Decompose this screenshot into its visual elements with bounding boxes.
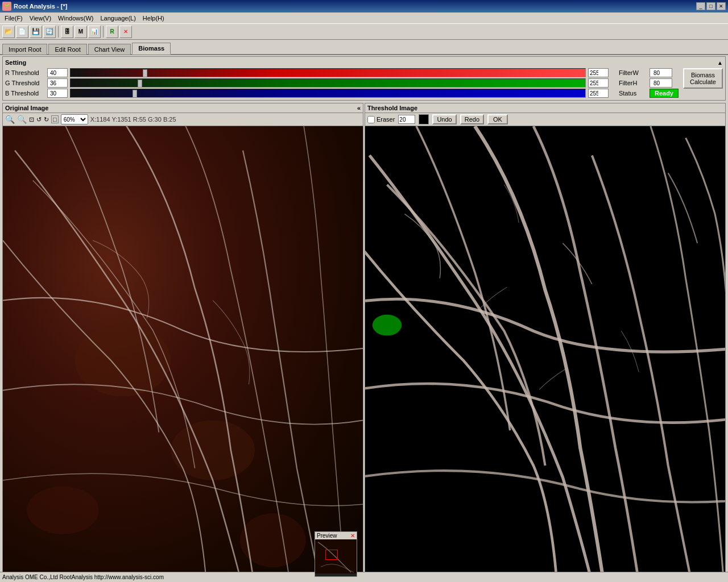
g-threshold-min-input[interactable] [47, 78, 68, 88]
window-controls: _ □ ✕ [696, 2, 726, 10]
m-button[interactable]: M [75, 26, 87, 38]
titlebar: 🌱 Root Analysis - [*] _ □ ✕ [0, 0, 728, 13]
filterw-label: FilterW [619, 69, 647, 76]
b-threshold-label: B Threshold [5, 90, 45, 97]
r-threshold-max-input[interactable] [588, 68, 609, 77]
zoom-out-icon[interactable]: 🔍 [17, 115, 27, 124]
menu-file[interactable]: File(F) [1, 14, 26, 23]
x-button[interactable]: ✕ [119, 26, 132, 38]
threshold-image-bg [365, 126, 725, 582]
g-threshold-row: G Threshold [5, 78, 609, 88]
threshold-image-title: Threshold Image [367, 105, 417, 111]
original-image-panel: Original Image « 🔍 🔍 ⊡ ↺ ↻ □ 60% 100% 50… [2, 103, 363, 582]
p-button[interactable]: 📊 [88, 26, 101, 38]
statusbar: Analysis OME Co.,Ltd RootAnalysis http:/… [0, 572, 728, 582]
coords-display: X:1184 Y:1351 R:55 G:30 B:25 [90, 116, 176, 123]
title-text: Root Analysis - [*] [14, 3, 696, 10]
tab-import-root[interactable]: Import Root [2, 44, 47, 55]
minimize-button[interactable]: _ [696, 2, 705, 10]
setting-rows: R Threshold G Threshold B [5, 68, 723, 98]
undo-button[interactable]: Undo [432, 114, 456, 124]
status-text: Analysis OME Co.,Ltd RootAnalysis http:/… [2, 574, 164, 580]
root-lines-svg [3, 126, 363, 582]
preview-close-button[interactable]: ✕ [350, 533, 355, 539]
b-threshold-max-input[interactable] [588, 89, 609, 98]
b-threshold-min-input[interactable] [47, 89, 68, 98]
biomass-calculate-button[interactable]: BiomassCalculate [683, 68, 723, 89]
g-threshold-max-input[interactable] [588, 78, 609, 88]
b-threshold-slider[interactable] [70, 89, 586, 98]
zoom-fit-icon[interactable]: ⊡ [29, 116, 34, 123]
setting-header: Setting ▲ [5, 59, 723, 66]
maximize-button[interactable]: □ [706, 2, 715, 10]
save-button[interactable]: 💾 [30, 26, 42, 38]
refresh-button[interactable]: 🔄 [43, 26, 56, 38]
original-image-header: Original Image « [3, 103, 363, 113]
status-label: Status [619, 90, 647, 97]
threshold-root-svg [365, 126, 725, 582]
threshold-image-toolbar: Eraser Undo Redo OK [365, 113, 725, 126]
eraser-checkbox[interactable] [367, 116, 375, 123]
zoom-in-icon[interactable]: 🔍 [5, 115, 15, 124]
tab-biomass[interactable]: Biomass [132, 43, 171, 55]
filterh-row: FilterH [619, 78, 679, 88]
toolbar: 📂 📄 💾 🔄 🗄 M 📊 R ✕ [0, 24, 728, 40]
tab-bar: Import Root Edit Root Chart View Biomass [0, 40, 728, 55]
collapse-original-button[interactable]: « [357, 105, 361, 111]
separator-1 [58, 26, 59, 38]
r-threshold-min-input[interactable] [47, 68, 68, 77]
r-threshold-slider[interactable] [70, 68, 586, 77]
b-threshold-row: B Threshold [5, 89, 609, 98]
svg-point-1 [171, 421, 255, 481]
menu-help[interactable]: Help(H) [139, 14, 168, 23]
original-image-canvas[interactable]: Preview ✕ [3, 126, 363, 582]
threshold-image-canvas[interactable] [365, 126, 725, 582]
svg-point-5 [373, 314, 402, 335]
zoom-level-select[interactable]: 60% 100% 50% 25% [61, 114, 88, 124]
tab-edit-root[interactable]: Edit Root [48, 44, 86, 55]
threshold-image-header: Threshold Image [365, 103, 725, 113]
tab-chart-view[interactable]: Chart View [88, 44, 131, 55]
preview-label: Preview [317, 533, 337, 539]
svg-point-0 [75, 325, 171, 397]
menu-language[interactable]: Language(L) [97, 14, 139, 23]
menu-view[interactable]: View(V) [26, 14, 55, 23]
eraser-color-swatch[interactable] [419, 114, 429, 124]
preview-viewport-rect [325, 550, 338, 560]
rotate-right-icon[interactable]: ↻ [44, 116, 49, 123]
g-threshold-label: G Threshold [5, 80, 45, 86]
status-value: Ready [650, 89, 679, 98]
eraser-label: Eraser [377, 116, 395, 123]
filterh-label: FilterH [619, 80, 647, 86]
open-button[interactable]: 📂 [2, 26, 15, 38]
filterh-input[interactable] [650, 78, 672, 88]
close-button[interactable]: ✕ [717, 2, 726, 10]
redo-button[interactable]: Redo [460, 114, 484, 124]
setting-title: Setting [5, 59, 26, 66]
menu-windows[interactable]: Windows(W) [55, 14, 97, 23]
threshold-image-panel: Threshold Image Eraser Undo Redo OK [365, 103, 726, 582]
status-row: Status Ready [619, 89, 679, 98]
app-icon: 🌱 [2, 2, 11, 11]
new-button[interactable]: 📄 [16, 26, 28, 38]
ok-button[interactable]: OK [487, 114, 508, 124]
preview-box: Preview ✕ [315, 531, 357, 577]
preview-title: Preview ✕ [315, 532, 357, 539]
r-threshold-label: R Threshold [5, 69, 45, 76]
original-image-bg: Preview ✕ [3, 126, 363, 582]
eraser-size-input[interactable] [398, 115, 415, 124]
main-area: Original Image « 🔍 🔍 ⊡ ↺ ↻ □ 60% 100% 50… [0, 102, 728, 582]
threshold-section: R Threshold G Threshold B [5, 68, 609, 98]
collapse-button[interactable]: ▲ [717, 60, 723, 66]
r-button[interactable]: R [106, 26, 118, 38]
eraser-check-group: Eraser [367, 116, 395, 123]
zoom-select-box[interactable]: □ [51, 115, 59, 123]
filterw-input[interactable] [650, 68, 672, 77]
rotate-left-icon[interactable]: ↺ [36, 116, 42, 123]
c-button[interactable]: 🗄 [61, 26, 73, 38]
biomass-section: BiomassCalculate [683, 68, 723, 89]
filterw-row: FilterW [619, 68, 679, 77]
g-threshold-slider[interactable] [70, 78, 586, 88]
preview-content [315, 539, 357, 573]
setting-panel: Setting ▲ R Threshold G Threshold [2, 56, 726, 101]
